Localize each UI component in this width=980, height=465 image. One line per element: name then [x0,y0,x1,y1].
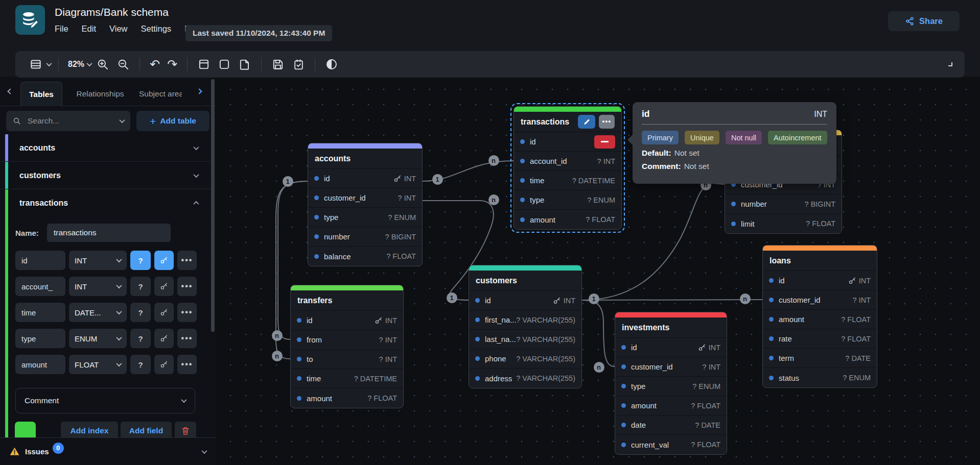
layout-options-icon[interactable] [28,57,43,72]
table-field-row[interactable]: number? BIGINT [725,194,842,214]
chevron-down-icon[interactable] [193,144,199,150]
table-field-row[interactable]: type? ENUM [514,190,621,210]
delete-field-button[interactable] [594,135,615,149]
field-name-input[interactable]: type [15,329,65,348]
sidebar-table-item-accounts[interactable]: accounts [0,134,211,161]
undo-icon[interactable]: ↶ [150,58,160,70]
table-field-row[interactable]: customer_id? INT [615,357,727,377]
comment-section[interactable]: Comment [15,388,195,413]
menu-item-file[interactable]: File [55,24,68,34]
table-field-row[interactable]: number? BIGINT [308,227,422,247]
table-field-row[interactable]: address? VARCHAR(255) [469,369,581,388]
edit-table-button[interactable] [578,115,595,129]
sidebar-scrollbar[interactable] [211,79,215,332]
table-field-row[interactable]: idINT [291,311,403,330]
add-note-icon[interactable] [237,57,252,72]
zoom-out-icon[interactable] [115,57,131,72]
table-more-button[interactable]: ••• [599,115,615,129]
table-name-input[interactable] [47,224,171,242]
issues-bar[interactable]: Issues 0 [0,437,216,465]
zoom-in-icon[interactable] [95,57,110,72]
field-more-button[interactable]: ••• [177,329,197,348]
table-field-row[interactable]: type? ENUM [308,208,422,227]
menu-item-view[interactable]: View [109,24,127,34]
tab-relationships[interactable]: Relationships [75,82,126,106]
nullable-toggle[interactable]: ? [130,251,151,270]
menu-item-settings[interactable]: Settings [141,24,172,34]
table-field-row[interactable]: amount? FLOAT [763,310,877,329]
field-type-select[interactable]: ENUM [69,329,127,348]
field-more-button[interactable]: ••• [177,303,197,322]
table-field-row[interactable]: amount? FLOAT [615,396,727,415]
redo-icon[interactable]: ↷ [167,58,177,70]
zoom-dropdown-caret-icon[interactable] [86,61,92,66]
chevron-up-icon[interactable] [193,201,199,206]
table-field-row[interactable]: term? DATE [763,349,877,368]
table-field-row[interactable]: to? INT [291,350,403,369]
table-field-row[interactable]: amount? FLOAT [291,388,403,408]
table-field-row[interactable]: last_na...? VARCHAR(255) [469,330,581,349]
add-table-button[interactable]: + Add table [136,111,209,131]
table-field-row[interactable]: idINT [469,291,581,310]
table-field-row[interactable]: rate? FLOAT [763,329,877,349]
add-table-icon[interactable] [196,57,212,72]
todo-list-icon[interactable] [291,57,306,72]
issues-collapse-icon[interactable] [201,448,207,453]
collapse-toolbar-icon[interactable] [948,62,952,66]
field-type-select[interactable]: INT [69,251,127,270]
canvas-table-transfers[interactable]: transfersidINTfrom? INTto? INTtime? DATE… [290,285,404,408]
table-field-row[interactable]: idINT [308,169,422,188]
table-field-row[interactable]: from? INT [291,330,403,350]
table-field-row[interactable]: first_na...? VARCHAR(255) [469,310,581,330]
app-logo-icon[interactable] [15,5,45,35]
table-field-row[interactable]: limit? FLOAT [725,214,842,233]
canvas-table-transactions[interactable]: transactions•••idaccount_id? INTtime? DA… [514,106,622,230]
search-input[interactable] [27,116,115,126]
field-type-select[interactable]: FLOAT [69,355,127,374]
share-button[interactable]: Share [888,11,960,31]
menu-item-edit[interactable]: Edit [82,24,96,34]
zoom-level-value[interactable]: 82% [68,60,84,69]
nullable-toggle[interactable]: ? [130,277,151,296]
table-field-row[interactable]: status? ENUM [763,368,877,387]
nullable-toggle[interactable]: ? [130,355,151,374]
tabs-scroll-right-icon[interactable] [196,88,202,94]
canvas-table-investments[interactable]: investmentsidINTcustomer_id? INTtype? EN… [615,312,727,455]
field-type-select[interactable]: INT [69,277,127,296]
table-field-row[interactable]: customer_id? INT [308,188,422,208]
field-more-button[interactable]: ••• [177,355,197,374]
canvas-table-loans[interactable]: loansidINTcustomer_id? INTamount? FLOATr… [762,245,877,388]
canvas-table-accounts[interactable]: accountsidINTcustomer_id? INTtype? ENUMn… [308,143,423,266]
primary-key-toggle[interactable] [154,303,174,322]
add-area-icon[interactable] [217,57,232,72]
search-dropdown-caret-icon[interactable] [119,117,125,123]
sidebar-table-item-customers[interactable]: customers [0,162,211,189]
table-field-row[interactable]: id [514,132,621,152]
table-field-row[interactable]: idINT [763,271,877,290]
table-field-row[interactable]: current_val? FLOAT [615,435,727,454]
theme-toggle-icon[interactable] [324,57,339,72]
table-field-row[interactable]: idINT [615,338,727,357]
field-name-input[interactable]: time [15,303,65,322]
table-field-row[interactable]: date? DATE [615,415,727,435]
field-name-input[interactable]: amount [15,355,65,374]
primary-key-toggle[interactable] [154,251,174,270]
table-field-row[interactable]: type? ENUM [615,377,727,396]
primary-key-toggle[interactable] [154,329,174,348]
nullable-toggle[interactable]: ? [130,303,151,322]
sidebar-table-item-transactions[interactable]: transactions [0,189,211,216]
layout-dropdown-caret-icon[interactable] [46,61,52,66]
field-name-input[interactable]: id [15,251,65,270]
field-type-select[interactable]: DATE... [69,303,127,322]
table-field-row[interactable]: customer_id? INT [763,290,877,310]
primary-key-toggle[interactable] [154,277,174,296]
tab-subject-areas[interactable]: Subject areas [139,82,182,106]
tab-tables[interactable]: Tables [20,82,62,106]
field-more-button[interactable]: ••• [177,277,197,296]
table-field-row[interactable]: time? DATETIME [514,171,621,190]
canvas-table-customers[interactable]: customersidINTfirst_na...? VARCHAR(255)l… [469,265,582,388]
primary-key-toggle[interactable] [154,355,174,374]
field-name-input[interactable]: account_ [15,277,65,296]
tabs-scroll-left-icon[interactable] [7,88,13,94]
table-field-row[interactable]: amount? FLOAT [514,210,621,229]
